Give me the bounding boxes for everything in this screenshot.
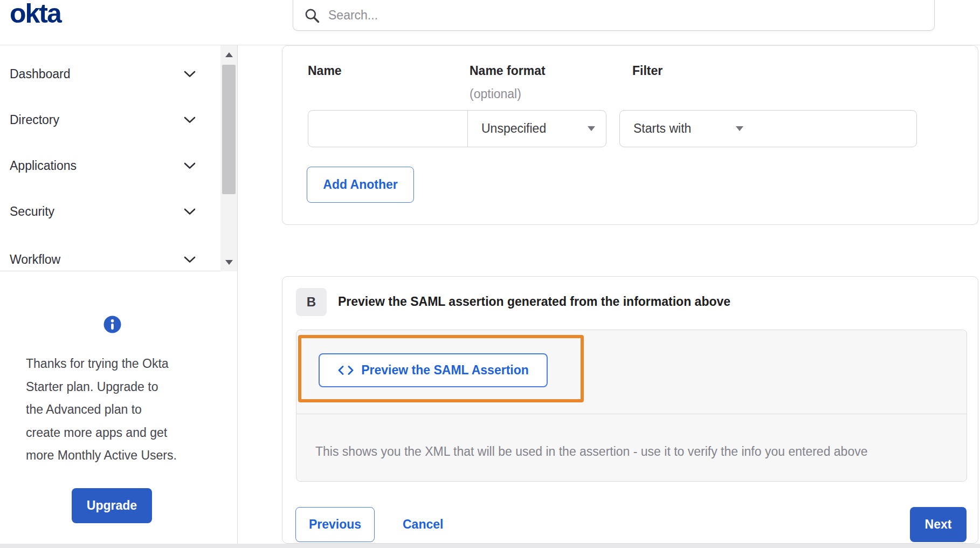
name-format-column-label: Name format [470, 64, 546, 78]
scroll-up-icon [225, 52, 233, 57]
sidebar-item-dashboard[interactable]: Dashboard [0, 51, 220, 97]
previous-button[interactable]: Previous [295, 507, 375, 542]
filter-value-input[interactable] [754, 111, 916, 147]
caret-down-icon [736, 126, 743, 131]
filter-type-value: Starts with [633, 121, 691, 136]
preview-saml-button-label: Preview the SAML Assertion [361, 363, 529, 378]
section-b-heading: Preview the SAML assertion generated fro… [338, 294, 730, 309]
bottom-scroll-strip [0, 544, 980, 548]
chevron-down-icon [184, 71, 196, 78]
scroll-down-button[interactable] [220, 253, 237, 271]
name-format-optional-hint: (optional) [470, 87, 521, 101]
scrollbar-thumb[interactable] [222, 65, 236, 194]
preview-description: This shows you the XML that will be used… [315, 444, 867, 459]
upgrade-button[interactable]: Upgrade [72, 488, 152, 523]
sidebar-item-label: Workflow [10, 252, 60, 267]
preview-panel: This shows you the XML that will be used… [296, 330, 967, 482]
panel-divider [296, 414, 967, 414]
attribute-name-input[interactable] [308, 111, 467, 147]
chevron-down-icon [184, 117, 196, 124]
name-field-group: Unspecified [308, 110, 606, 147]
name-column-label: Name [308, 64, 342, 78]
promo-line: create more apps and get [26, 421, 204, 444]
name-format-select[interactable]: Unspecified [467, 111, 606, 147]
next-button[interactable]: Next [910, 507, 967, 542]
sidebar-nav: Dashboard Directory Applications Securit… [0, 45, 237, 271]
section-b-badge: B [296, 288, 327, 316]
chevron-down-icon [184, 208, 196, 215]
sidebar-item-label: Security [10, 204, 54, 219]
code-icon [337, 365, 354, 375]
promo-line: Starter plan. Upgrade to [26, 375, 204, 399]
sidebar-item-workflow[interactable]: Workflow [0, 237, 220, 283]
sidebar-right-border [237, 45, 238, 544]
info-icon [103, 316, 121, 335]
promo-line: more Monthly Active Users. [26, 444, 204, 467]
sidebar-item-label: Dashboard [10, 67, 71, 81]
sidebar-item-security[interactable]: Security [0, 189, 220, 235]
plan-promo-text: Thanks for trying the Okta Starter plan.… [26, 352, 204, 467]
filter-field-group: Starts with [619, 110, 917, 147]
chevron-down-icon [184, 162, 196, 169]
sidebar-item-label: Directory [10, 113, 59, 127]
filter-column-label: Filter [632, 64, 662, 78]
search-input[interactable] [328, 6, 934, 24]
sidebar-item-applications[interactable]: Applications [0, 143, 220, 189]
name-format-value: Unspecified [481, 121, 546, 136]
promo-line: the Advanced plan to [26, 398, 204, 421]
okta-logo: okta [10, 0, 61, 29]
search-icon [303, 7, 321, 24]
global-search[interactable] [293, 0, 935, 31]
preview-saml-assertion-button[interactable]: Preview the SAML Assertion [319, 353, 548, 387]
add-another-button[interactable]: Add Another [307, 167, 414, 203]
sidebar-item-directory[interactable]: Directory [0, 97, 220, 143]
filter-type-select[interactable]: Starts with [620, 111, 754, 147]
scroll-up-button[interactable] [220, 45, 237, 64]
okta-admin-console: okta Dashboard Directory Applications Se… [0, 0, 980, 548]
cancel-link[interactable]: Cancel [403, 507, 443, 542]
promo-line: Thanks for trying the Okta [26, 352, 204, 375]
chevron-down-icon [184, 256, 196, 263]
caret-down-icon [588, 126, 595, 131]
attribute-statements-card: Name Name format (optional) Filter Unspe… [282, 45, 978, 225]
saml-preview-card: B Preview the SAML assertion generated f… [282, 276, 978, 544]
scroll-down-icon [225, 260, 233, 265]
sidebar-item-label: Applications [10, 159, 77, 173]
sidebar-scrollbar[interactable] [220, 45, 237, 271]
